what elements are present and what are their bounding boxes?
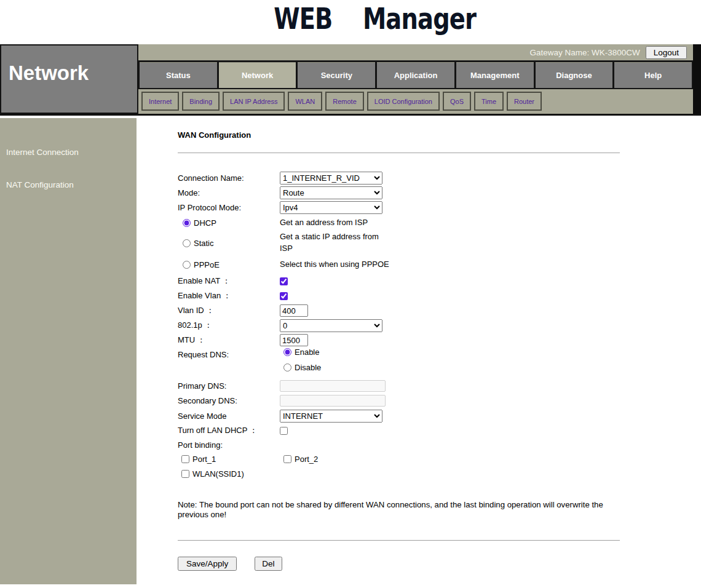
logout-button[interactable]: Logout xyxy=(646,46,687,59)
port2-checkbox[interactable] xyxy=(283,455,291,463)
wlan-ssid1-option: WLAN(SSID1) xyxy=(178,469,280,479)
connection-name-label: Connection Name: xyxy=(178,173,280,183)
request-dns-label: Request DNS: xyxy=(178,348,280,359)
lan-dhcp-row: Turn off LAN DHCP ： xyxy=(178,424,620,437)
save-apply-button[interactable]: Save/Apply xyxy=(178,557,237,571)
subtab-lan-ip-address[interactable]: LAN IP Address xyxy=(223,92,285,111)
port1-checkbox[interactable] xyxy=(181,455,189,463)
subtab-qos[interactable]: QoS xyxy=(443,92,471,111)
dhcp-description: Get an address from ISP xyxy=(280,217,390,229)
del-button[interactable]: Del xyxy=(255,557,282,571)
sidebar-item-internet-connection[interactable]: Internet Connection xyxy=(0,118,137,157)
request-dns-enable-label: Enable xyxy=(295,348,319,357)
mtu-label: MTU ： xyxy=(178,335,280,346)
request-dns-disable-radio[interactable] xyxy=(283,364,291,371)
ip-protocol-mode-label: IP Protocol Mode: xyxy=(178,203,280,212)
mode-select[interactable]: Route xyxy=(280,186,382,199)
enable-nat-row: Enable NAT ： xyxy=(178,274,620,288)
enable-nat-label: Enable NAT ： xyxy=(178,276,280,287)
ip-protocol-select[interactable]: Ipv4 xyxy=(280,201,382,214)
dhcp-radio[interactable] xyxy=(183,219,191,227)
page-title: WEB Manager xyxy=(274,1,476,36)
service-mode-select[interactable]: INTERNET xyxy=(280,410,382,423)
static-row: Static Get a static IP address from ISP xyxy=(178,231,620,255)
8021p-select[interactable]: 0 xyxy=(280,319,382,332)
port-binding-label-row: Port binding: xyxy=(178,437,620,452)
service-mode-row: Service Mode INTERNET xyxy=(178,408,620,424)
tab-application[interactable]: Application xyxy=(377,62,454,88)
wlan-ssid1-checkbox[interactable] xyxy=(181,470,189,478)
request-dns-enable-radio[interactable] xyxy=(283,348,291,356)
subtab-remote[interactable]: Remote xyxy=(325,92,364,111)
pppoe-radio-label: PPPoE xyxy=(194,260,220,269)
vlan-id-label: Vlan ID ： xyxy=(178,305,280,316)
header-right-strip xyxy=(693,44,701,114)
8021p-label: 802.1p ： xyxy=(178,320,280,331)
pppoe-radio[interactable] xyxy=(183,261,191,269)
tab-management[interactable]: Management xyxy=(456,62,534,88)
subtab-internet[interactable]: Internet xyxy=(141,92,179,111)
request-dns-disable-option: Disable xyxy=(283,363,321,372)
mode-label: Mode: xyxy=(178,188,280,197)
mtu-input[interactable] xyxy=(280,334,308,346)
port2-label: Port_2 xyxy=(295,455,318,464)
primary-dns-label: Primary DNS: xyxy=(178,381,280,391)
subtab-wlan[interactable]: WLAN xyxy=(288,92,322,111)
lan-dhcp-label: Turn off LAN DHCP ： xyxy=(178,425,280,436)
enable-vlan-label: Enable Vlan ： xyxy=(178,290,280,301)
button-row: Save/Apply Del xyxy=(178,557,620,571)
pppoe-row: PPPoE Select this when using PPPOE xyxy=(178,255,620,274)
section-title: Network xyxy=(0,44,138,114)
subtab-router[interactable]: Router xyxy=(507,92,542,111)
port1-option: Port_1 xyxy=(178,455,280,464)
port-binding-row-2: WLAN(SSID1) xyxy=(178,466,620,482)
ip-protocol-mode-row: IP Protocol Mode: Ipv4 xyxy=(178,200,620,215)
gateway-strip: Gateway Name: WK-3800CW Logout xyxy=(138,44,693,61)
tab-help[interactable]: Help xyxy=(614,62,692,88)
port-binding-row-1: Port_1 Port_2 xyxy=(178,452,620,466)
enable-vlan-row: Enable Vlan ： xyxy=(178,288,620,303)
divider-bottom xyxy=(178,540,620,541)
subtab-loid-configuration[interactable]: LOID Configuration xyxy=(367,92,440,111)
static-description: Get a static IP address from ISP xyxy=(280,231,390,255)
secondary-dns-input xyxy=(280,395,386,407)
tab-security[interactable]: Security xyxy=(298,62,375,88)
dhcp-row: DHCP Get an address from ISP xyxy=(178,215,620,231)
connection-name-row: Connection Name: 1_INTERNET_R_VID xyxy=(178,170,620,185)
8021p-row: 802.1p ： 0 xyxy=(178,318,620,333)
secondary-dns-row: Secondary DNS: xyxy=(178,393,620,408)
static-radio[interactable] xyxy=(183,239,191,247)
enable-nat-checkbox[interactable] xyxy=(280,277,288,285)
connection-name-select[interactable]: 1_INTERNET_R_VID xyxy=(280,172,382,185)
sidebar-item-nat-configuration[interactable]: NAT Configuration xyxy=(0,157,137,189)
request-dns-row: Request DNS: Enable Disable xyxy=(178,348,620,378)
service-mode-label: Service Mode xyxy=(178,411,280,421)
enable-vlan-checkbox[interactable] xyxy=(280,292,288,300)
sidebar: Internet Connection NAT Configuration xyxy=(0,118,137,584)
secondary-dns-label: Secondary DNS: xyxy=(178,396,280,405)
subtab-time[interactable]: Time xyxy=(474,92,504,111)
pppoe-description: Select this when using PPPOE xyxy=(280,259,390,271)
gateway-name: Gateway Name: WK-3800CW xyxy=(529,48,640,57)
page-heading: WAN Configuration xyxy=(178,130,620,140)
request-dns-disable-label: Disable xyxy=(295,363,321,372)
dhcp-radio-label: DHCP xyxy=(194,218,216,228)
tab-network[interactable]: Network xyxy=(219,62,296,88)
masthead: WEB Manager xyxy=(0,0,701,44)
request-dns-enable-option: Enable xyxy=(283,348,321,357)
tab-status[interactable]: Status xyxy=(140,62,217,88)
port-binding-label: Port binding: xyxy=(178,440,280,450)
port2-option: Port_2 xyxy=(280,455,382,464)
primary-dns-input xyxy=(280,380,386,392)
lan-dhcp-checkbox[interactable] xyxy=(280,427,288,435)
port1-label: Port_1 xyxy=(192,455,216,464)
vlan-id-row: Vlan ID ： xyxy=(178,303,620,318)
note-text: Note: The bound port can not be shared b… xyxy=(178,500,611,520)
vlan-id-input[interactable] xyxy=(280,304,308,317)
wlan-ssid1-label: WLAN(SSID1) xyxy=(192,469,244,479)
subtab-binding[interactable]: Binding xyxy=(182,92,220,111)
sub-nav: Internet Binding LAN IP Address WLAN Rem… xyxy=(138,89,693,113)
divider-top xyxy=(178,153,620,153)
tab-diagnose[interactable]: Diagnose xyxy=(536,62,613,88)
mode-row: Mode: Route xyxy=(178,185,620,200)
